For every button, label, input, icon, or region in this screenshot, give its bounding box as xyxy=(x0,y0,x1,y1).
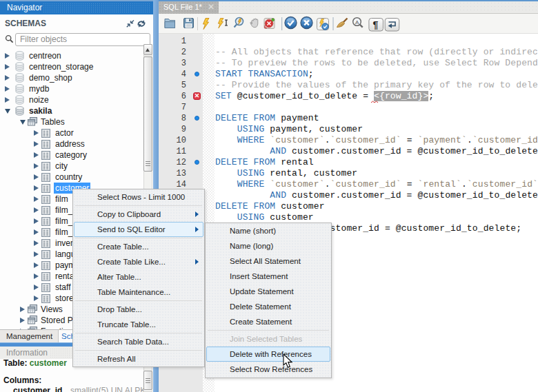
svg-text:¶: ¶ xyxy=(373,19,379,30)
svg-text:A: A xyxy=(355,19,359,25)
